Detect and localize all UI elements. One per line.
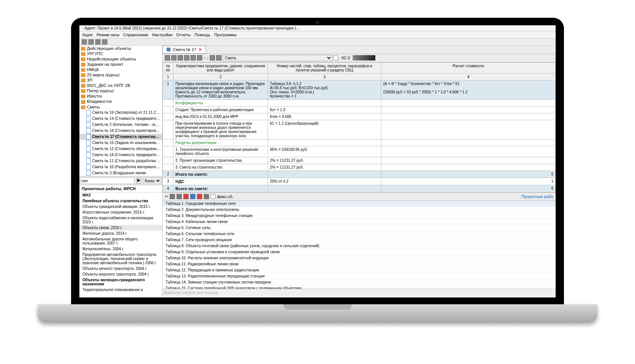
tree-folder[interactable]: НМЦК — [79, 67, 162, 72]
catalog-item[interactable]: Метрополитены. 2004 г. — [79, 246, 162, 252]
list-item[interactable]: Таблица 3. Междугородные телефонные стан… — [163, 213, 556, 219]
tree-doc[interactable]: Смета № 2 (Котельная, топливо - газ (маз… — [79, 122, 162, 128]
tree-folder[interactable]: УРГУПС — [79, 51, 162, 56]
table-row[interactable]: При проектировании в полосе отвода и при… — [163, 120, 556, 139]
tool-icon[interactable] — [204, 194, 209, 199]
list-item[interactable]: Таблица 6. Сельские телефонные сети — [163, 231, 556, 237]
table-row[interactable]: инд.4кв.2021г.к 01.01.2000 для МРРКтек =… — [163, 113, 556, 120]
tree-doc[interactable]: Смета № 11 (Стоимость разработки Проектн… — [79, 158, 162, 164]
menu-item[interactable]: Справочники — [123, 33, 149, 37]
tool-icon[interactable] — [190, 194, 195, 199]
tree-folder[interactable]: Задания на проект — [79, 62, 162, 67]
toolbar-icon[interactable] — [102, 39, 107, 45]
tool-icon[interactable] — [184, 55, 189, 60]
tool-icon[interactable] — [171, 55, 177, 60]
list-item[interactable]: Таблица 15. Система телефонной УКВ радио… — [163, 285, 556, 289]
list-item[interactable]: Таблица 11. Радиорелейные линии связи — [163, 261, 556, 267]
catalog-item[interactable]: Объекты связи. 2010 г. — [79, 225, 162, 231]
tree-doc[interactable]: Смета № 14 (Стоимость предварительных ра… — [79, 152, 162, 158]
tree-doc[interactable]: Смета № 12 (Стоимость обследования систе… — [79, 146, 162, 152]
tree-doc[interactable]: Смета № 3 (Воздушные линии — [79, 170, 162, 176]
ks-checkbox[interactable] — [333, 56, 338, 60]
list-item[interactable]: Таблица 2. Документальная электросвязь — [163, 207, 556, 213]
search-input[interactable] — [80, 177, 135, 184]
table-row[interactable]: 1 Прокладка канализации связи и радио. П… — [163, 80, 556, 99]
table-row[interactable]: Разделы документации — [163, 139, 556, 146]
tree-doc[interactable]: Смета № 18 (Стоимость проектирования авт… — [79, 128, 162, 134]
table-row[interactable]: 2Итого по смете:5 — [163, 170, 556, 178]
list-item[interactable]: Таблица 4. Кабельные линии связи — [163, 219, 556, 225]
view-combo[interactable]: Смета — [223, 55, 332, 61]
table-row[interactable]: 3НДС20% от п.21 — [163, 178, 556, 185]
list-item[interactable]: Таблица 5. Сетевые узлы — [163, 225, 556, 231]
list-item[interactable]: Таблица 12. Передающие и приемные радиос… — [163, 267, 556, 273]
catalog-item[interactable]: Искусственные сооружения. 2015 г. — [79, 209, 162, 215]
tool-icon[interactable] — [190, 55, 196, 60]
tree-folder[interactable]: ЗП — [79, 77, 162, 83]
tree-doc[interactable]: Смета № 17 (Стоимость проектирования про… — [79, 134, 162, 140]
arrow-down-icon[interactable]: ↓ — [207, 56, 209, 60]
right-crumb[interactable]: Проектные рабо — [522, 194, 553, 199]
tree-folder[interactable]: Действующие объекты — [79, 46, 162, 51]
toolbar-icon[interactable] — [88, 39, 94, 45]
tool-icon[interactable] — [165, 55, 170, 60]
document-tab[interactable]: Смета № 17 ✕ — [163, 46, 206, 54]
table-row[interactable]: Коэффициенты — [163, 99, 556, 106]
list-item[interactable]: Таблица 7. Сети проводного вещания — [163, 237, 556, 243]
menu-item[interactable]: Помощь — [194, 33, 211, 37]
tree-folder[interactable]: Владивосток — [79, 99, 162, 104]
tree-doc[interactable]: Смета № 15 (Задача по изысканиям) от 21.… — [79, 140, 162, 146]
tool-icon[interactable] — [170, 194, 175, 199]
list-item[interactable]: Таблица 10. Расчеты влияния электромагни… — [163, 255, 556, 261]
catalog-item[interactable]: Объекты речного транспорта. 2004 г. — [79, 266, 162, 271]
catalog-item[interactable]: Линейные объекты строительства — [79, 198, 162, 204]
tool-icon[interactable] — [197, 194, 202, 199]
tree-folder[interactable]: Сметы — [79, 104, 162, 110]
catalog-item[interactable]: Объекты гражданской авиации. 2015 г. — [79, 204, 162, 209]
catalog-item[interactable]: Территориальное планирование и — [79, 287, 162, 293]
menu-item[interactable]: Режим окна — [96, 33, 119, 37]
menu-item[interactable]: Отчеты — [176, 33, 190, 37]
arrow-left-icon[interactable]: ⬅ — [165, 194, 168, 199]
tree-folder[interactable]: Иркутск — [79, 93, 162, 99]
tool-icon[interactable] — [197, 55, 202, 60]
tool-icon[interactable] — [183, 194, 189, 199]
tree-doc[interactable]: Смета № 16 (Экспертиза) от 21.11.2021 на… — [79, 110, 162, 116]
menu-item[interactable]: Программы — [214, 33, 237, 37]
table-row[interactable]: 2. Проект организации строительства2% = … — [163, 157, 556, 164]
tree-folder[interactable]: Питер (курсы) — [79, 88, 162, 93]
catalog-item[interactable]: Автомобильные дороги общего пользования.… — [79, 236, 162, 246]
tree-doc[interactable]: Смета № 10 (Разработка материалов к отво… — [79, 164, 162, 170]
table-row[interactable]: Стадия: Проектная и рабочая документация… — [163, 106, 556, 113]
arrow-up-icon[interactable]: ↑ — [203, 56, 206, 60]
catalog-item[interactable]: МНЗ — [79, 192, 162, 198]
table-row[interactable]: 3. Смета на строительство2% = 11231.27 р… — [163, 164, 556, 170]
tree-doc[interactable]: Смета № 14 (Стоимость предварительных ра… — [79, 116, 162, 122]
table-row[interactable]: 1. Технологические и конструктивные реше… — [163, 146, 556, 157]
tree-folder[interactable]: 25 марта (курсы) — [79, 72, 162, 77]
menu-item[interactable]: Настройки — [152, 33, 172, 37]
menu-item[interactable]: бщее — [82, 33, 93, 37]
tool-icon[interactable] — [177, 194, 182, 199]
table-row[interactable]: 4Всего по смете:6 — [163, 185, 556, 192]
tree-folder[interactable]: Недействующие объекты — [79, 56, 162, 62]
search-go[interactable]: ▶ — [136, 177, 141, 184]
list-item[interactable]: Таблица 1. Городские телефонные сети — [163, 201, 556, 207]
tool-icon[interactable] — [178, 55, 183, 60]
tool-icon[interactable] — [216, 55, 221, 60]
fix-checkbox[interactable] — [211, 194, 215, 199]
list-item[interactable]: Таблица 8. Объекты почтовой связи (район… — [163, 243, 556, 249]
list-item[interactable]: Таблица 9. Отдельные установки и сооруже… — [163, 249, 556, 255]
toolbar-icon[interactable] — [82, 39, 87, 45]
list-item[interactable]: Таблица 13. Радиотелевизионные передающи… — [163, 273, 556, 279]
catalog-item[interactable]: Объекты морского транспорта. 2004 г. — [79, 271, 162, 277]
bottom-search[interactable]: Введите текст для поиска — [163, 289, 556, 296]
catalog-item[interactable]: Предприятия автомобильного транспорта. (… — [79, 252, 162, 266]
tree-folder[interactable]: 0021_ДКС на УКПГ-2В — [79, 83, 162, 88]
close-icon[interactable]: ✕ — [198, 47, 202, 52]
toolbar-icon[interactable] — [95, 39, 101, 45]
search-mode-select[interactable]: Базы — [143, 177, 161, 184]
catalog-item[interactable]: Объекты водоснабжения и канализации. 201… — [79, 215, 162, 225]
list-item[interactable]: Таблица 14. Земные станции спутниковых с… — [163, 279, 556, 285]
tool-icon[interactable] — [210, 55, 215, 60]
